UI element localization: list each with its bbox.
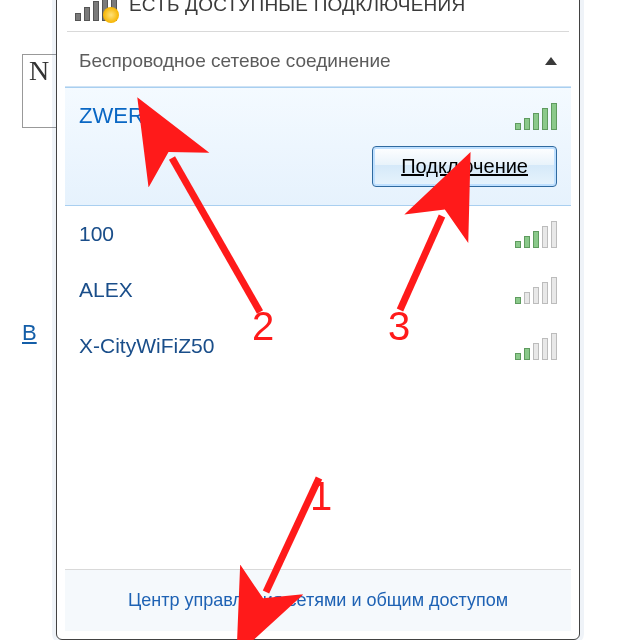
network-item-x-citywifiz50[interactable]: X-CityWiFiZ50	[65, 318, 571, 374]
chevron-up-icon	[545, 57, 557, 65]
network-name: X-CityWiFiZ50	[79, 334, 214, 358]
network-item-zwer[interactable]: ZWERПодключение	[65, 87, 571, 206]
signal-strength-icon	[515, 220, 557, 248]
network-item-100[interactable]: 100	[65, 206, 571, 262]
background-link-fragment: В	[22, 320, 37, 346]
status-row: ЕСТЬ ДОСТУПНЫЕ ПОДКЛЮЧЕНИЯ	[65, 0, 571, 31]
footer: Центр управления сетями и общим доступом	[65, 569, 571, 631]
signal-strength-icon	[515, 332, 557, 360]
wireless-category-title: Беспроводное сетевое соединение	[79, 50, 391, 72]
connections-available-icon	[75, 0, 117, 21]
network-flyout: ЕСТЬ ДОСТУПНЫЕ ПОДКЛЮЧЕНИЯ Беспроводное …	[56, 0, 580, 640]
status-text: ЕСТЬ ДОСТУПНЫЕ ПОДКЛЮЧЕНИЯ	[129, 0, 465, 16]
network-name: ALEX	[79, 278, 133, 302]
network-name: 100	[79, 222, 114, 246]
connect-button[interactable]: Подключение	[372, 146, 557, 187]
network-sharing-center-link[interactable]: Центр управления сетями и общим доступом	[128, 590, 508, 610]
network-item-alex[interactable]: ALEX	[65, 262, 571, 318]
network-list: ZWERПодключение100ALEXX-CityWiFiZ50	[65, 86, 571, 374]
network-name: ZWER	[79, 103, 144, 129]
wireless-category-header[interactable]: Беспроводное сетевое соединение	[65, 32, 571, 86]
signal-strength-icon	[515, 276, 557, 304]
signal-strength-icon	[515, 102, 557, 130]
